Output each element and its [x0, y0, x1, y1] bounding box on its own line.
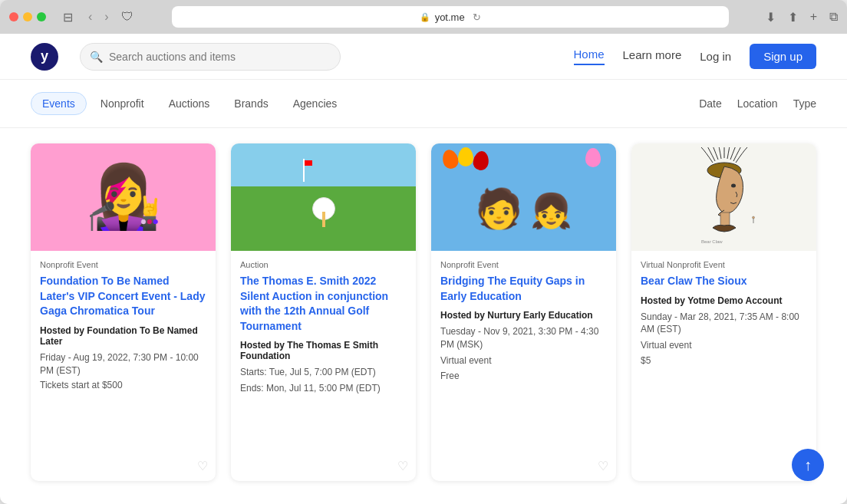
filter-right: Date Location Type — [699, 97, 816, 110]
tab-agencies[interactable]: Agencies — [282, 92, 348, 115]
nav-learn-more[interactable]: Learn more — [623, 48, 682, 64]
browser-controls: ⬇ ⬆ + ⧉ — [766, 10, 838, 25]
filter-type[interactable]: Type — [793, 97, 816, 110]
scroll-to-top-button[interactable]: ↑ — [792, 449, 824, 481]
card-4-host: Hosted by Yotme Demo Account — [641, 295, 807, 306]
card-3-image: 🧑 👧 — [431, 143, 616, 251]
share-icon[interactable]: ⬆ — [788, 10, 798, 25]
minimize-button[interactable] — [23, 12, 32, 21]
balloon-pink — [585, 148, 601, 167]
card-1-figure: 👩‍🎤 — [85, 161, 162, 233]
nav-arrows: ‹ › — [84, 8, 114, 25]
browser-titlebar: ⊟ ‹ › 🛡 🔒 yot.me ↻ ⬇ ⬆ + ⧉ — [0, 0, 847, 34]
address-bar[interactable]: 🔒 yot.me ↻ — [172, 6, 729, 28]
login-button[interactable]: Log in — [700, 50, 731, 63]
card-1-type: Nonprofit Event — [40, 260, 206, 269]
tab-brands[interactable]: Brands — [223, 92, 278, 115]
svg-text:Bear Claw: Bear Claw — [701, 239, 723, 244]
forward-button[interactable]: › — [100, 8, 113, 25]
filter-bar: Events Nonprofit Auctions Brands Agencie… — [0, 80, 847, 128]
card-4-location: Virtual event — [641, 339, 807, 352]
tab-nonprofit[interactable]: Nonprofit — [90, 92, 155, 115]
card-3-host: Hosted by Nurtury Early Education — [440, 310, 607, 321]
card-2-date-end: Ends: Mon, Jul 11, 5:00 PM (EDT) — [240, 382, 407, 395]
card-2-body: Auction The Thomas E. Smith 2022 Silent … — [231, 251, 416, 481]
person-1-figure: 🧑 — [475, 186, 522, 231]
card-2-date-start: Starts: Tue, Jul 5, 7:00 PM (EDT) — [240, 366, 407, 379]
search-icon: 🔍 — [90, 51, 103, 63]
card-3-location: Virtual event — [440, 354, 607, 367]
card-1-image: 👩‍🎤 — [31, 143, 216, 251]
close-button[interactable] — [9, 12, 18, 21]
persons-group: 🧑 👧 — [475, 186, 572, 231]
download-icon[interactable]: ⬇ — [766, 10, 776, 25]
maximize-button[interactable] — [37, 12, 46, 21]
svg-point-3 — [752, 216, 754, 219]
card-3-title: Bridging The Equity Gaps in Early Educat… — [440, 274, 607, 304]
golf-ball — [312, 197, 335, 220]
card-4-image: Bear Claw — [631, 143, 816, 251]
card-1-date: Friday - Aug 19, 2022, 7:30 PM - 10:00 P… — [40, 351, 206, 377]
balloon-red — [472, 150, 490, 171]
lock-icon: 🔒 — [420, 12, 430, 22]
search-input[interactable] — [109, 51, 331, 63]
card-2-favorite[interactable]: ♡ — [397, 459, 408, 473]
card-2-type: Auction — [240, 260, 407, 269]
card-3-price: Free — [440, 371, 607, 381]
back-button[interactable]: ‹ — [84, 8, 97, 25]
card-1-title: Foundation To Be Named Later's VIP Conce… — [40, 274, 206, 319]
new-tab-icon[interactable]: + — [810, 10, 817, 24]
signup-button[interactable]: Sign up — [750, 44, 816, 69]
nav-home[interactable]: Home — [574, 48, 605, 65]
header-nav: Home Learn more Log in Sign up — [574, 44, 816, 69]
card-4-date: Sunday - Mar 28, 2021, 7:35 AM - 8:00 AM… — [641, 311, 807, 337]
card-1-body: Nonprofit Event Foundation To Be Named L… — [31, 251, 216, 481]
tabs-icon[interactable]: ⧉ — [829, 10, 838, 24]
golf-flag — [303, 159, 312, 166]
sidebar-toggle-icon[interactable]: ⊟ — [63, 10, 73, 25]
filter-date[interactable]: Date — [699, 97, 722, 110]
tab-auctions[interactable]: Auctions — [158, 92, 221, 115]
tab-events[interactable]: Events — [31, 92, 87, 115]
cards-grid: 👩‍🎤 Nonprofit Event Foundation To Be Nam… — [0, 128, 847, 504]
card-2-image — [231, 143, 416, 251]
chief-svg: Bear Claw — [686, 147, 763, 247]
card-3-date: Tuesday - Nov 9, 2021, 3:30 PM - 4:30 PM… — [440, 325, 607, 351]
card-4[interactable]: Bear Claw Virtual Nonprofit Event Bear C… — [631, 143, 816, 481]
logo[interactable]: y — [31, 43, 58, 71]
card-1-host: Hosted by Foundation To Be Named Later — [40, 325, 206, 347]
traffic-lights — [9, 12, 46, 21]
card-3-type: Nonprofit Event — [440, 260, 607, 269]
golf-tee — [322, 212, 325, 227]
card-3[interactable]: 🧑 👧 Nonprofit Event Bridging The Equity … — [431, 143, 616, 481]
filter-location[interactable]: Location — [737, 97, 778, 110]
card-1-favorite[interactable]: ♡ — [197, 459, 208, 473]
card-2-host: Hosted by The Thomas E Smith Foundation — [240, 340, 407, 361]
card-4-price: $5 — [641, 355, 807, 366]
card-3-favorite[interactable]: ♡ — [598, 459, 608, 473]
person-2-figure: 👧 — [530, 191, 572, 231]
card-4-type: Virtual Nonprofit Event — [641, 260, 807, 269]
svg-point-1 — [731, 184, 736, 188]
header: y 🔍 Home Learn more Log in Sign up — [0, 34, 847, 80]
search-bar[interactable]: 🔍 — [80, 43, 341, 71]
app-content: y 🔍 Home Learn more Log in Sign up Event… — [0, 34, 847, 504]
card-2-title: The Thomas E. Smith 2022 Silent Auction … — [240, 274, 407, 334]
card-2[interactable]: Auction The Thomas E. Smith 2022 Silent … — [231, 143, 416, 481]
reload-icon[interactable]: ↻ — [473, 12, 481, 23]
card-4-title: Bear Claw The Sioux — [641, 274, 807, 289]
balloon-yellow — [458, 147, 473, 166]
url-text: yot.me — [435, 12, 465, 23]
card-1[interactable]: 👩‍🎤 Nonprofit Event Foundation To Be Nam… — [31, 143, 216, 481]
shield-icon: 🛡 — [120, 10, 135, 24]
card-3-body: Nonprofit Event Bridging The Equity Gaps… — [431, 251, 616, 481]
filter-tabs: Events Nonprofit Auctions Brands Agencie… — [31, 92, 348, 115]
card-4-body: Virtual Nonprofit Event Bear Claw The Si… — [631, 251, 816, 481]
card-1-price: Tickets start at $500 — [40, 380, 206, 390]
